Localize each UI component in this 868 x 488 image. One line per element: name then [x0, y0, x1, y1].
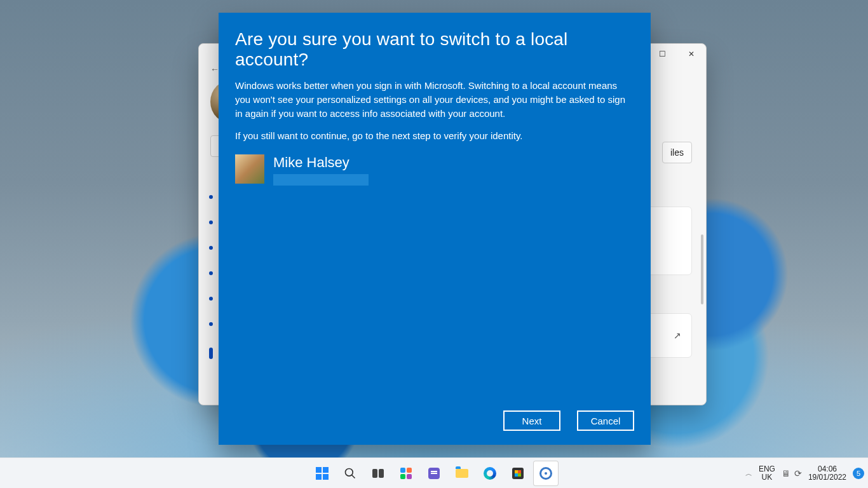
- folder-icon: [456, 469, 468, 478]
- external-link-icon: ↗: [674, 330, 681, 341]
- edge-icon: [484, 467, 496, 480]
- dialog-user-avatar: [235, 154, 264, 184]
- microsoft-store-button[interactable]: [505, 461, 531, 486]
- next-button[interactable]: Next: [503, 410, 560, 431]
- notification-badge[interactable]: 5: [853, 468, 864, 479]
- dialog-body-paragraph-2: If you still want to continue, go to the…: [235, 129, 629, 143]
- dialog-actions: Next Cancel: [503, 410, 634, 431]
- tray-overflow-button[interactable]: ︿: [745, 469, 752, 478]
- widgets-icon: [400, 468, 412, 479]
- settings-app-button[interactable]: [533, 461, 559, 486]
- start-button[interactable]: [309, 461, 335, 486]
- chat-icon: [428, 468, 440, 479]
- sidebar-indicators: [209, 195, 213, 356]
- dialog-user: Mike Halsey: [235, 154, 634, 186]
- close-button[interactable]: ✕: [677, 44, 706, 64]
- svg-line-5: [352, 475, 355, 478]
- back-icon[interactable]: ←: [210, 64, 219, 74]
- widgets-button[interactable]: [393, 461, 419, 486]
- clock[interactable]: 04:06 19/01/2022: [808, 465, 846, 482]
- taskbar: ︿ ENG UK 🖥 ⟳ 04:06 19/01/2022 5: [0, 458, 868, 488]
- gear-icon: [539, 467, 552, 480]
- task-view-icon: [372, 469, 384, 478]
- svg-rect-3: [323, 474, 329, 480]
- chat-button[interactable]: [421, 461, 447, 486]
- dialog-body-paragraph-1: Windows works better when you sign in wi…: [235, 79, 629, 120]
- svg-point-4: [346, 469, 353, 477]
- taskbar-center: [309, 458, 559, 488]
- dialog-body: Windows works better when you sign in wi…: [235, 79, 629, 143]
- task-view-button[interactable]: [365, 461, 391, 486]
- maximize-button[interactable]: ☐: [648, 44, 677, 64]
- store-icon: [512, 468, 524, 479]
- dialog-user-name: Mike Halsey: [273, 154, 369, 170]
- language-bottom: UK: [762, 473, 773, 482]
- files-button[interactable]: iles: [662, 142, 692, 163]
- svg-rect-1: [323, 467, 329, 473]
- tray-status-icons[interactable]: 🖥 ⟳: [782, 468, 802, 478]
- switch-local-account-dialog: Are you sure you want to switch to a loc…: [219, 13, 651, 445]
- svg-rect-2: [316, 474, 322, 480]
- search-icon: [344, 467, 356, 480]
- edge-button[interactable]: [477, 461, 503, 486]
- cancel-button[interactable]: Cancel: [577, 410, 634, 431]
- sync-icon: ⟳: [794, 468, 802, 478]
- file-explorer-button[interactable]: [449, 461, 475, 486]
- search-button[interactable]: [337, 461, 363, 486]
- svg-rect-0: [316, 467, 322, 473]
- language-indicator[interactable]: ENG UK: [759, 465, 775, 482]
- taskbar-tray: ︿ ENG UK 🖥 ⟳ 04:06 19/01/2022 5: [745, 458, 864, 488]
- clock-date: 19/01/2022: [808, 473, 846, 482]
- scrollbar[interactable]: [701, 234, 703, 304]
- dialog-user-email-redacted: [273, 174, 369, 186]
- windows-logo-icon: [316, 467, 329, 480]
- monitor-icon: 🖥: [782, 468, 790, 478]
- dialog-title: Are you sure you want to switch to a loc…: [235, 29, 634, 70]
